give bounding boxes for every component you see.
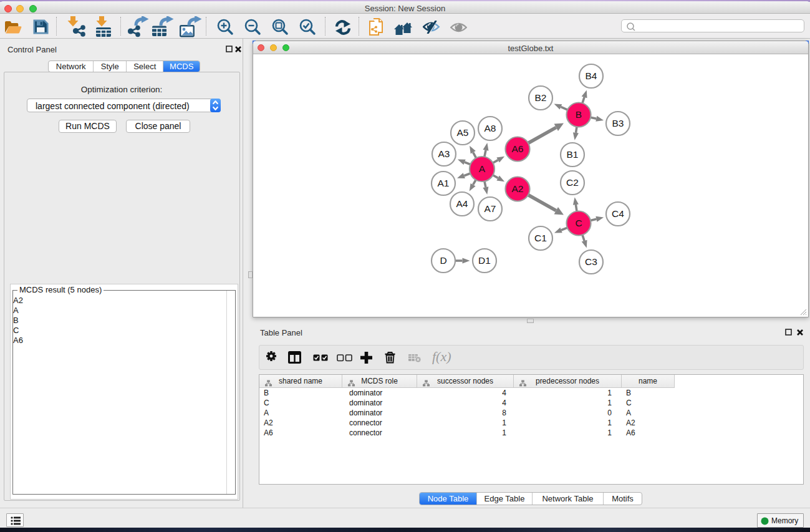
svg-text:A: A (479, 163, 486, 174)
svg-text:A2: A2 (512, 183, 524, 194)
svg-text:A1: A1 (438, 178, 450, 188)
svg-text:A7: A7 (485, 203, 496, 214)
svg-text:B1: B1 (567, 149, 579, 160)
svg-text:A6: A6 (512, 143, 524, 154)
svg-text:B2: B2 (535, 92, 547, 103)
svg-text:A4: A4 (456, 198, 468, 209)
svg-text:C2: C2 (566, 177, 579, 188)
svg-text:D: D (440, 255, 446, 266)
svg-text:B: B (576, 109, 582, 120)
svg-text:C4: C4 (612, 208, 624, 219)
svg-text:C3: C3 (585, 256, 597, 267)
svg-text:A8: A8 (485, 123, 496, 133)
svg-text:A5: A5 (457, 127, 469, 138)
svg-text:B4: B4 (586, 70, 597, 81)
svg-text:D1: D1 (478, 255, 491, 266)
svg-text:C1: C1 (534, 233, 547, 243)
svg-text:A3: A3 (438, 148, 450, 159)
svg-text:C: C (575, 218, 582, 228)
svg-text:B3: B3 (612, 118, 624, 128)
svg-text:f(x): f(x) (432, 351, 451, 364)
